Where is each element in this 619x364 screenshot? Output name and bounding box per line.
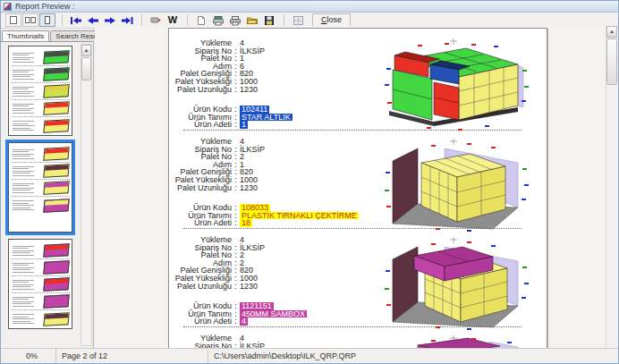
thumbnail-text-lines [13,244,34,257]
thumbnail-row [12,197,70,214]
thumbnail-mini-visual [43,164,69,177]
zoom-page-width-button[interactable] [39,13,55,27]
first-page-button[interactable] [68,13,84,27]
prev-page-button[interactable] [85,13,101,27]
open-folder-icon [246,15,259,25]
toolbar-separator [187,14,188,26]
thumbnail-row [12,66,70,83]
report-page: Yükleme:4 Sipariş No:İLKSİP Palet No:1 A… [168,28,547,348]
axis-glyph [450,38,457,45]
thumbnail-text-lines [13,85,34,97]
thumbnail-mini-visual [43,84,69,97]
page-view-button[interactable] [290,13,306,27]
zoom-100-button[interactable] [22,13,38,27]
thumbnail-row [12,310,70,327]
first-page-icon [69,16,83,25]
field-label: Ürün Adeti [169,219,232,227]
open-report-button[interactable] [244,13,260,27]
field-label: Palet Uzunluğu [169,283,232,291]
print-dialog-button[interactable] [210,13,226,27]
thumbnail-list-area: ▲ [1,41,93,348]
pallet-3d-visual-3 [382,236,532,333]
scrollbar-thumb[interactable] [81,57,91,80]
zoom-fit-button[interactable] [5,13,21,27]
tab-thumbnails[interactable]: Thumbnails [2,30,49,41]
zoom-fit-icon [8,15,19,25]
status-page-info: Page 2 of 12 [56,349,208,363]
new-report-button[interactable] [193,13,209,27]
window-title: Report Preview : [15,2,75,11]
last-page-icon [120,16,134,25]
axis-glyph [450,139,457,145]
zoom-page-width-icon [42,15,53,25]
thumbnail-page-3[interactable] [8,239,72,329]
yellow-stack [421,154,505,222]
thumbnail-row [12,163,70,180]
status-bar: 0% Page 2 of 12 C:\Users\admin\Desktop\I… [1,348,618,363]
product-qty-value: 18 [240,219,252,227]
thumbnail-row [12,242,70,259]
scrollbar-thumb[interactable] [606,38,617,85]
thumbnail-text-lines [13,199,34,212]
next-page-button[interactable] [102,13,118,27]
field-label: Palet Uzunluğu [169,184,232,192]
field-label: Ürün Adeti [169,121,232,129]
thumbnail-text-lines [13,120,34,132]
thumbnail-list [3,44,78,348]
thumbnail-row [12,49,70,66]
tab-bar: Thumbnails Search Results [1,30,93,41]
save-icon [264,15,275,26]
thumbnail-scrollbar[interactable]: ▲ [81,44,92,346]
preview-scrollbar[interactable]: ▲ [606,26,617,348]
product-name-value: 450MM SAMBOX [240,310,307,318]
thumbnail-mini-visual [43,199,69,212]
product-name-value: STAR ALTLIK [240,114,293,122]
field-value: 1230 [240,86,258,94]
toolbar-separator [62,14,63,26]
thumbnail-text-lines [13,68,34,80]
last-page-button[interactable] [119,13,135,27]
save-report-button[interactable] [261,13,277,27]
thumbnail-mini-visual [43,119,69,132]
thumbnail-text-lines [13,295,34,308]
thumbnail-row [12,83,70,100]
app-icon [4,3,12,11]
status-progress: 0% [1,349,56,363]
field-value: 1230 [240,283,258,291]
thumbnail-text-lines [13,148,34,160]
thumbnail-mini-visual [43,243,69,257]
thumbnail-page-1[interactable] [8,46,72,136]
product-qty-value: 1 [240,121,248,129]
red-boxes [434,82,459,120]
thumbnail-mini-visual [43,260,69,274]
thumbnail-text-lines [13,278,34,291]
close-button[interactable]: Close [312,13,351,27]
thumbnail-row [12,259,70,276]
thumbnail-mini-visual [43,50,69,63]
thumbnail-page-2[interactable] [8,142,72,233]
new-doc-icon [196,15,207,26]
fit-width-button[interactable]: W [165,13,181,27]
field-label: Palet Uzunluğu [169,86,232,94]
thumbnail-row [12,117,70,134]
report-preview-window: Report Preview : W [0,0,619,364]
thumbnail-mini-visual [43,147,69,160]
pallet-3d-visual-1 [382,38,532,134]
print-dialog-icon [212,15,225,26]
thumbnail-text-lines [13,51,34,63]
thumbnail-text-lines [13,165,34,177]
print-setup-button[interactable] [148,13,164,27]
toolbar-separator [141,14,142,26]
next-page-icon [103,16,117,25]
thumbnail-row [12,100,70,117]
thumbnail-row [12,293,70,310]
close-button-label: Close [321,15,342,24]
thumbnail-row [12,276,70,293]
window-titlebar: Report Preview : [1,1,618,13]
print-button[interactable] [227,13,243,27]
print-setup-icon [149,15,162,25]
axis-glyph [450,237,457,243]
scroll-up-arrow-icon[interactable]: ▲ [81,45,91,56]
print-icon [229,15,242,26]
scroll-up-arrow-icon[interactable]: ▲ [606,26,617,38]
